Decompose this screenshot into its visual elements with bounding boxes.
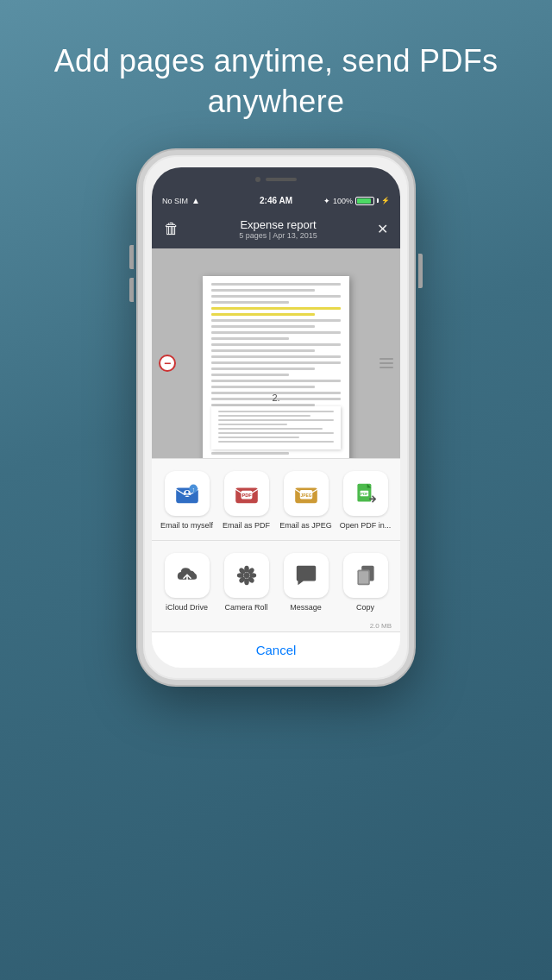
notch-area <box>152 167 400 192</box>
wifi-icon: ▲ <box>191 196 200 205</box>
icloud-icon <box>173 562 201 589</box>
svg-text:JPEG: JPEG <box>300 493 311 498</box>
message-icon <box>292 562 320 589</box>
cancel-label[interactable]: Cancel <box>256 643 297 657</box>
vol-up-button <box>129 245 134 269</box>
share-icloud[interactable]: iCloud Drive <box>159 553 215 613</box>
email-myself-icon: ↑ <box>173 480 201 507</box>
share-copy[interactable]: Copy <box>337 553 393 613</box>
share-camera-roll[interactable]: Camera Roll <box>218 553 274 613</box>
document-area: 1. <box>152 248 400 459</box>
email-myself-label: Email to myself <box>160 521 213 531</box>
svg-text:PDF: PDF <box>242 493 252 498</box>
email-pdf-label: Email as PDF <box>223 521 270 531</box>
vol-down-button <box>129 278 134 302</box>
camera-roll-icon <box>233 562 260 589</box>
message-icon-wrap <box>284 553 329 598</box>
email-myself-icon-wrap: ↑ <box>165 471 210 516</box>
battery-pct-label: 100% <box>333 197 353 205</box>
document-title: Expense report <box>179 218 377 231</box>
share-row-2: iCloud Drive <box>152 541 400 622</box>
email-jpeg-icon: JPEG <box>292 480 320 507</box>
close-button[interactable]: ✕ <box>377 221 388 237</box>
trash-button[interactable]: 🗑 <box>164 220 179 238</box>
drag-handle[interactable] <box>380 358 393 368</box>
phone-shell: No SIM ▲ 2:46 AM ✦ 100% ⚡ <box>138 150 414 685</box>
icloud-label: iCloud Drive <box>166 603 208 613</box>
open-pdf-icon-wrap: PDF <box>343 471 388 516</box>
nav-bar: 🗑 Expense report 5 pages | Apr 13, 2015 … <box>152 210 400 248</box>
copy-label: Copy <box>356 603 374 613</box>
message-label: Message <box>290 603 322 613</box>
phone-screen: No SIM ▲ 2:46 AM ✦ 100% ⚡ <box>152 167 400 668</box>
copy-icon-wrap <box>343 553 388 598</box>
headline: Add pages anytime, send PDFs anywhere <box>0 41 552 122</box>
share-email-jpeg[interactable]: JPEG Email as JPEG <box>278 471 334 531</box>
cancel-bar[interactable]: Cancel <box>152 631 400 668</box>
time-label: 2:46 AM <box>238 196 314 205</box>
svg-text:↑: ↑ <box>191 486 195 493</box>
open-pdf-label: Open PDF in... <box>340 521 392 531</box>
doc-page-2-preview: 2. <box>211 393 341 449</box>
share-email-myself[interactable]: ↑ Email to myself <box>159 471 215 531</box>
bluetooth-icon: ✦ <box>323 197 330 205</box>
share-sheet: ↑ Email to myself <box>152 458 400 667</box>
document-subtitle: 5 pages | Apr 13, 2015 <box>179 231 377 240</box>
svg-point-2 <box>185 491 188 493</box>
speaker <box>266 178 297 181</box>
front-camera <box>255 177 260 182</box>
email-jpeg-label: Email as JPEG <box>279 521 332 531</box>
svg-point-15 <box>243 573 248 578</box>
svg-rect-26 <box>359 571 368 583</box>
share-open-pdf[interactable]: PDF Open PDF in... <box>337 471 393 531</box>
email-pdf-icon: PDF <box>233 480 260 507</box>
carrier-label: No SIM <box>162 197 188 205</box>
icloud-icon-wrap <box>165 553 210 598</box>
svg-text:PDF: PDF <box>361 492 368 496</box>
open-pdf-icon: PDF <box>352 480 380 507</box>
status-bar: No SIM ▲ 2:46 AM ✦ 100% ⚡ <box>152 192 400 210</box>
battery-indicator <box>355 197 379 205</box>
file-size-label: 2.0 MB <box>152 622 400 631</box>
phone-wrapper: No SIM ▲ 2:46 AM ✦ 100% ⚡ <box>138 150 414 685</box>
camera-roll-icon-wrap <box>224 553 269 598</box>
copy-icon <box>352 562 380 589</box>
email-jpeg-icon-wrap: JPEG <box>284 471 329 516</box>
share-email-pdf[interactable]: PDF Email as PDF <box>218 471 274 531</box>
power-button <box>418 254 423 288</box>
share-message[interactable]: Message <box>278 553 334 613</box>
share-row-1: ↑ Email to myself <box>152 459 400 541</box>
camera-roll-label: Camera Roll <box>224 603 267 613</box>
remove-page-button[interactable]: − <box>159 355 176 372</box>
email-pdf-icon-wrap: PDF <box>224 471 269 516</box>
charging-icon: ⚡ <box>381 197 390 204</box>
